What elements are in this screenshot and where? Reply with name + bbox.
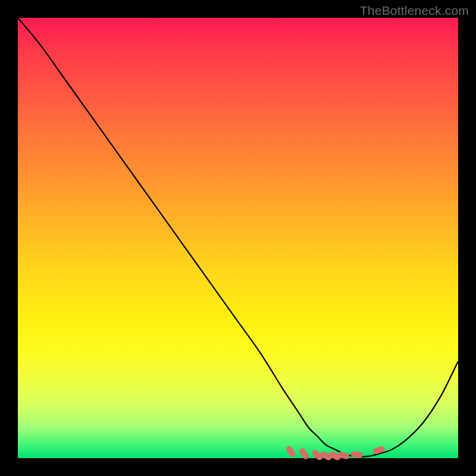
marker-group: [285, 445, 386, 462]
chart-frame: TheBottleneck.com: [0, 0, 476, 476]
curve-marker: [350, 451, 363, 458]
curve-marker: [298, 447, 309, 461]
watermark-text: TheBottleneck.com: [360, 4, 469, 18]
bottleneck-curve: [18, 18, 458, 457]
curve-marker: [285, 445, 296, 458]
plot-area: [18, 18, 458, 458]
curve-svg: [18, 18, 458, 458]
